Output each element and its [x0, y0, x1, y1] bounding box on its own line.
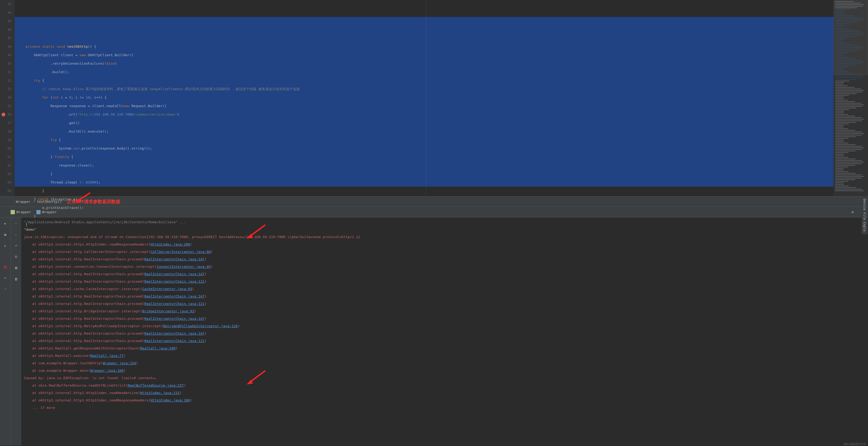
stacktrace-link[interactable]: RealInterceptorChain.java:147 [144, 272, 205, 276]
stacktrace-link[interactable]: RealInterceptorChain.java:147 [144, 331, 205, 336]
debug-icon[interactable]: 🐞 [2, 263, 8, 270]
run-tool-gutter-2: ↑ ↓ ⤶ ⎘ 🖶 🗑 [10, 217, 21, 445]
stacktrace-link[interactable]: RealInterceptorChain.java:121 [144, 339, 205, 343]
stacktrace-link[interactable]: RealCall.java:77 [90, 354, 123, 358]
breakpoint-icon[interactable] [2, 113, 5, 117]
soft-wrap-icon[interactable]: ⤶ [13, 242, 19, 249]
line-number-gutter: 43 44 45 46 47 48 49 50 51 52 53 54 55 5… [0, 0, 14, 196]
gear-icon[interactable]: ⚙ [849, 209, 856, 215]
trash-icon[interactable]: 🗑 [13, 276, 19, 282]
stacktrace-link[interactable]: RealInterceptorChain.java:147 [144, 257, 205, 261]
stop-icon[interactable]: ■ [2, 231, 8, 237]
print-icon[interactable]: 🖶 [13, 265, 19, 271]
annotation-arrow-2 [244, 223, 271, 241]
stacktrace-link[interactable]: Wrapper.java:169 [90, 369, 123, 373]
close-icon[interactable]: ✖ [2, 275, 8, 281]
device-file-explorer-label: Device File Explo [863, 199, 866, 231]
stacktrace-link[interactable]: RealInterceptorChain.java:121 [144, 280, 205, 283]
filter-icon[interactable]: ⏵ [2, 242, 8, 249]
stacktrace-link[interactable]: RealInterceptorChain.java:147 [144, 294, 205, 298]
scroll-to-end-icon[interactable]: ⎘ [13, 254, 19, 260]
console-output[interactable]: "/Applications/Android Studio.app/Conten… [21, 217, 868, 445]
stacktrace-link[interactable]: Http1Codec.java:208 [150, 242, 190, 246]
stacktrace-link[interactable]: Wrapper.java:154 [103, 361, 136, 365]
stacktrace-link[interactable]: RetryAndFollowUpInterceptor.java:126 [163, 324, 238, 328]
stacktrace-link[interactable]: CallServerInterceptor.java:88 [150, 250, 211, 254]
stacktrace-link[interactable]: RealBufferedSource.java:237 [128, 383, 184, 387]
code-editor[interactable]: private static void testOkhttp() { OkHtt… [14, 0, 834, 196]
stacktrace-link[interactable]: Http1Codec.java:189 [150, 398, 190, 402]
annotation-arrow-1 [74, 191, 95, 204]
stacktrace-link[interactable]: CacheInterceptor.java:93 [142, 287, 192, 291]
editor-area: 43 44 45 46 47 48 49 50 51 52 53 54 55 5… [0, 0, 868, 196]
stacktrace-link[interactable]: RealInterceptorChain.java:147 [144, 317, 205, 321]
minimap[interactable]: /* blocks placed by script below */ [834, 0, 868, 196]
stacktrace-link[interactable]: BridgeInterceptor.java:93 [142, 309, 194, 313]
down-arrow-icon[interactable]: ↓ [13, 231, 19, 237]
device-file-explorer-tab[interactable]: Device File Explo [862, 196, 867, 234]
stacktrace-link[interactable]: RealInterceptorChain.java:121 [144, 302, 205, 306]
rerun-icon[interactable]: ▶ [2, 220, 8, 226]
watermark: @稀土掘金技术社区 [844, 442, 866, 446]
stacktrace-link[interactable]: RealCall.java:200 [140, 346, 175, 350]
run-config-icon [10, 210, 15, 214]
stacktrace-link[interactable]: ConnectInterceptor.java:45 [157, 265, 211, 268]
stacktrace-link[interactable]: Http1Codec.java:215 [140, 391, 180, 395]
annotation-arrow-3 [244, 369, 271, 387]
run-tool-gutter-1: ▶ ■ ⏵ 🐞 ✖ ? [0, 217, 10, 445]
console-area: ▶ ■ ⏵ 🐞 ✖ ? ↑ ↓ ⤶ ⎘ 🖶 🗑 "/Applications/A… [0, 217, 868, 445]
help-icon[interactable]: ? [2, 286, 8, 292]
